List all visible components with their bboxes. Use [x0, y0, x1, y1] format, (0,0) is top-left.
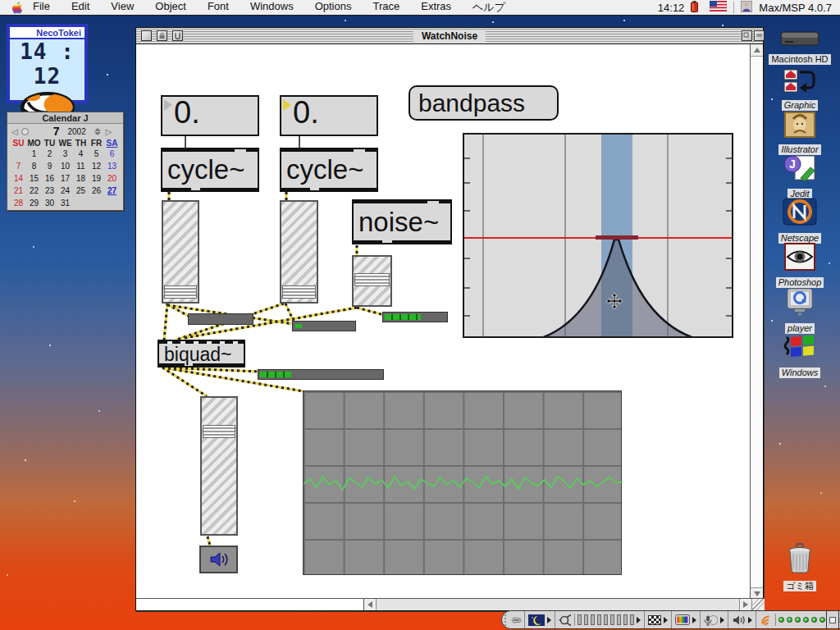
- patcher-mode-icon[interactable]: [172, 30, 183, 41]
- scroll-up-button[interactable]: [751, 44, 763, 57]
- menu-file[interactable]: File: [33, 0, 50, 15]
- resolution-module[interactable]: [672, 611, 701, 628]
- calendar-date-25[interactable]: 25: [73, 185, 89, 197]
- menu-object[interactable]: Object: [155, 0, 186, 15]
- desktop-icon-jedit[interactable]: J Jedit: [765, 154, 835, 200]
- calendar-date-8[interactable]: 8: [26, 160, 42, 172]
- calendar-date-9[interactable]: 9: [42, 160, 57, 172]
- calendar-date-11[interactable]: 11: [73, 160, 89, 172]
- cycle-object-2[interactable]: cycle~: [280, 148, 378, 192]
- biquad-object[interactable]: biquad~: [158, 340, 245, 368]
- filtergraph-display[interactable]: [463, 133, 733, 338]
- window-resize-grip[interactable]: [751, 599, 765, 610]
- bandpass-popup-menu[interactable]: bandpass: [409, 85, 559, 121]
- apple-menu-icon[interactable]: [11, 2, 22, 14]
- menu-ヘルプ[interactable]: ヘルプ: [472, 0, 505, 15]
- float-numberbox-2[interactable]: 0.: [280, 95, 378, 136]
- vertical-scrollbar[interactable]: [750, 44, 763, 600]
- calendar-next-button[interactable]: ▷: [106, 127, 112, 136]
- calendar-date-18[interactable]: 18: [73, 172, 89, 185]
- calendar-date-26[interactable]: 26: [89, 185, 104, 197]
- calendar-date-6[interactable]: 6: [104, 148, 120, 160]
- calendar-date-16[interactable]: 16: [42, 172, 57, 185]
- menu-options[interactable]: Options: [315, 0, 352, 15]
- scroll-right-button[interactable]: [739, 599, 751, 610]
- volume-module[interactable]: [728, 611, 756, 628]
- menu-windows[interactable]: Windows: [250, 0, 294, 15]
- calendar-date-28[interactable]: 28: [11, 197, 26, 209]
- calendar-date-12[interactable]: 12: [89, 160, 104, 172]
- calendar-prev-button[interactable]: ◁: [11, 127, 18, 136]
- calendar-date-4[interactable]: 4: [73, 148, 89, 160]
- frequency-slider-2[interactable]: [280, 200, 318, 304]
- application-menu-name[interactable]: Max/MSP 4.0.7: [759, 2, 832, 14]
- calendar-today-button[interactable]: [21, 128, 29, 135]
- calendar-date-5[interactable]: 5: [89, 148, 104, 160]
- battery-power-module[interactable]: [555, 611, 645, 628]
- calendar-date-24[interactable]: 24: [57, 185, 73, 197]
- desktop-icon-graphic[interactable]: Graphic: [765, 69, 835, 112]
- slider-handle[interactable]: [203, 425, 235, 438]
- calendar-date-29[interactable]: 29: [26, 197, 42, 209]
- calendar-date-21[interactable]: 21: [11, 185, 26, 197]
- calendar-date-31[interactable]: 31: [57, 197, 73, 209]
- desktop-icon-macintosh-hd[interactable]: Macintosh HD: [765, 30, 835, 66]
- zoom-box[interactable]: [742, 30, 752, 41]
- float-numberbox-1[interactable]: 0.: [161, 95, 259, 136]
- calendar-date-7[interactable]: 7: [11, 160, 26, 172]
- menu-trace[interactable]: Trace: [372, 0, 399, 15]
- calendar-date-19[interactable]: 19: [89, 172, 104, 185]
- calendar-date-2[interactable]: 2: [42, 148, 57, 160]
- slider-handle[interactable]: [164, 285, 197, 299]
- menu-extras[interactable]: Extras: [421, 0, 451, 15]
- sound-input-module[interactable]: [701, 611, 728, 628]
- desktop-icon-netscape[interactable]: Netscape: [765, 197, 835, 244]
- calendar-date-17[interactable]: 17: [57, 172, 73, 185]
- scrollbar-track[interactable]: [377, 599, 739, 610]
- output-volume-slider[interactable]: [200, 396, 238, 536]
- desktop-icon-windows[interactable]: Windows: [765, 330, 835, 379]
- signal-strength-module[interactable]: [756, 611, 836, 628]
- slider-handle[interactable]: [354, 273, 390, 286]
- collapse-strip-arrow[interactable]: ⇦: [509, 611, 525, 628]
- desktop-icon-player[interactable]: player: [765, 287, 835, 335]
- desktop-icon-trash[interactable]: ゴミ箱: [765, 543, 835, 592]
- menu-view[interactable]: View: [111, 0, 134, 15]
- control-strip-tab[interactable]: [502, 614, 509, 626]
- horizontal-scrollbar[interactable]: [136, 598, 765, 610]
- calendar-date-20[interactable]: 20: [104, 172, 120, 185]
- noise-gain-slider[interactable]: [352, 255, 392, 307]
- keyboard-flag-icon[interactable]: [710, 1, 727, 14]
- collapse-box[interactable]: [754, 30, 765, 41]
- control-strip-end-button[interactable]: [826, 610, 839, 629]
- desktop-icon-illustrator[interactable]: Illustrator: [765, 112, 835, 156]
- application-menu-icon[interactable]: [741, 1, 752, 15]
- scroll-left-button[interactable]: [364, 599, 377, 610]
- noise-object[interactable]: noise~: [352, 199, 452, 244]
- slider-handle[interactable]: [282, 285, 316, 299]
- calendar-date-3[interactable]: 3: [57, 148, 73, 160]
- close-box[interactable]: [141, 30, 152, 41]
- color-depth-module[interactable]: [645, 611, 672, 628]
- control-strip[interactable]: ⇦: [501, 610, 840, 629]
- calendar-date-23[interactable]: 23: [42, 185, 57, 197]
- cycle-object-1[interactable]: cycle~: [161, 148, 259, 192]
- window-titlebar[interactable]: WatchNoise: [136, 28, 763, 44]
- calendar-widget[interactable]: Calendar J ◁ 7 2002 ▷ SUMOTUWETHFRSA 123…: [7, 112, 124, 211]
- calendar-date-30[interactable]: 30: [42, 197, 57, 209]
- audio-on-off-button[interactable]: [199, 546, 238, 573]
- calendar-date-15[interactable]: 15: [26, 172, 42, 185]
- energy-saver-module[interactable]: [525, 611, 555, 628]
- gain-handle[interactable]: [596, 235, 638, 240]
- calendar-date-27[interactable]: 27: [104, 185, 120, 197]
- necotokei-widget[interactable]: NecoTokei 14 : 12: [7, 24, 88, 103]
- lock-icon[interactable]: [157, 30, 167, 41]
- menubar-clock[interactable]: 14:12: [658, 2, 685, 14]
- calendar-date-14[interactable]: 14: [11, 172, 26, 185]
- calendar-date-22[interactable]: 22: [26, 185, 42, 197]
- menu-edit[interactable]: Edit: [71, 0, 89, 15]
- frequency-slider-1[interactable]: [162, 200, 199, 304]
- calendar-date-1[interactable]: 1: [26, 148, 42, 160]
- calendar-date-13[interactable]: 13: [104, 160, 120, 172]
- menu-font[interactable]: Font: [208, 0, 229, 15]
